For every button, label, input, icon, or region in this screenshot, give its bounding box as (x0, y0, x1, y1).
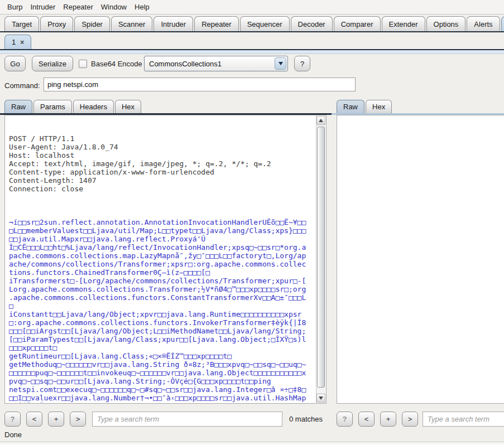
burp-window: Burp Intruder Repeater Window Help Targe… (0, 0, 504, 445)
tab-comparer[interactable]: Comparer (334, 16, 381, 31)
response-tab-raw[interactable]: Raw (337, 100, 364, 113)
serialize-button[interactable]: Serialize (32, 56, 73, 71)
session-tab-1[interactable]: 1 × (4, 35, 31, 49)
response-search-input[interactable] (423, 412, 504, 427)
arrow-up-icon (319, 119, 323, 122)
close-icon[interactable]: × (20, 39, 24, 46)
request-tab-params[interactable]: Params (33, 100, 72, 113)
dropdown-arrow-button[interactable] (275, 57, 286, 70)
request-search-help-button[interactable]: ? (4, 412, 21, 427)
session-tab-label: 1 (12, 38, 16, 46)
accent-strip (0, 50, 504, 54)
response-editor-tab-bar: Raw Hex (337, 99, 392, 113)
request-search-next-button[interactable]: > (70, 412, 86, 427)
go-button[interactable]: Go (4, 56, 26, 71)
request-tab-raw[interactable]: Raw (4, 100, 32, 113)
request-editor-panel: POST / HTTP/1.1 User-Agent: Java/1.8.0_7… (4, 115, 327, 404)
status-text: Done (4, 431, 22, 439)
main-tab-bar: Target Proxy Spider Scanner Intruder Rep… (0, 16, 504, 31)
menu-repeater[interactable]: Repeater (59, 1, 97, 13)
payload-type-value: CommonsCollections1 (145, 60, 275, 68)
scroll-down-button[interactable] (316, 394, 325, 403)
tab-java-serial-killer[interactable]: Java Serial Killer (501, 16, 504, 31)
response-tab-hex[interactable]: Hex (366, 100, 392, 113)
menu-window[interactable]: Window (97, 1, 131, 13)
menu-intruder[interactable]: Intruder (26, 1, 59, 13)
tab-divider (0, 31, 504, 32)
tab-decoder[interactable]: Decoder (291, 16, 333, 31)
toolbar-help-button[interactable]: ? (294, 56, 310, 71)
scroll-up-button[interactable] (316, 116, 325, 125)
response-search-next-button[interactable]: > (402, 412, 418, 427)
base64-encode-checkbox[interactable] (79, 60, 87, 68)
tab-repeater[interactable]: Repeater (194, 16, 238, 31)
tab-scanner[interactable]: Scanner (111, 16, 152, 31)
response-search-add-button[interactable]: + (380, 412, 396, 427)
request-tab-headers[interactable]: Headers (73, 100, 114, 113)
menu-help[interactable]: Help (131, 1, 153, 13)
request-editor-tab-bar: Raw Params Headers Hex (4, 99, 141, 113)
command-label: Command: (4, 81, 40, 90)
payload-type-dropdown[interactable]: CommonsCollections1 (144, 56, 288, 71)
response-search-help-button[interactable]: ? (337, 412, 353, 427)
tab-extender[interactable]: Extender (382, 16, 425, 31)
menu-bar: Burp Intruder Repeater Window Help (0, 0, 504, 14)
request-search-matches: 0 matches (286, 415, 323, 423)
request-text-area[interactable]: POST / HTTP/1.1 User-Agent: Java/1.8.0_7… (6, 116, 315, 403)
request-serialized-body-text: ¬í□□sr□2sun.reflect.annotation.Annotatio… (9, 218, 315, 403)
tab-intruder[interactable]: Intruder (153, 16, 193, 31)
response-search-prev-button[interactable]: < (358, 412, 375, 427)
bottom-border (0, 442, 504, 445)
request-search-add-button[interactable]: + (48, 412, 64, 427)
tab-proxy[interactable]: Proxy (40, 16, 73, 31)
request-search-prev-button[interactable]: < (26, 412, 42, 427)
request-tab-hex[interactable]: Hex (115, 100, 141, 113)
tab-sequencer[interactable]: Sequencer (240, 16, 290, 31)
request-scrollbar[interactable] (316, 116, 325, 403)
chevron-down-icon (279, 62, 283, 65)
request-headers-text: POST / HTTP/1.1 User-Agent: Java/1.8.0_7… (9, 134, 315, 193)
tab-target[interactable]: Target (4, 16, 39, 31)
tab-alerts[interactable]: Alerts (467, 16, 500, 31)
base64-encode-label: Base64 Encode (91, 60, 142, 68)
menu-burp[interactable]: Burp (3, 1, 26, 13)
scrollbar-thumb[interactable] (317, 127, 325, 388)
request-search-input[interactable] (92, 412, 282, 427)
session-tab-bar: 1 × (0, 34, 504, 49)
command-input[interactable] (44, 78, 356, 91)
tab-options[interactable]: Options (426, 16, 466, 31)
arrow-down-icon (319, 396, 323, 400)
tab-spider[interactable]: Spider (74, 16, 110, 31)
response-editor-panel[interactable] (337, 115, 504, 404)
